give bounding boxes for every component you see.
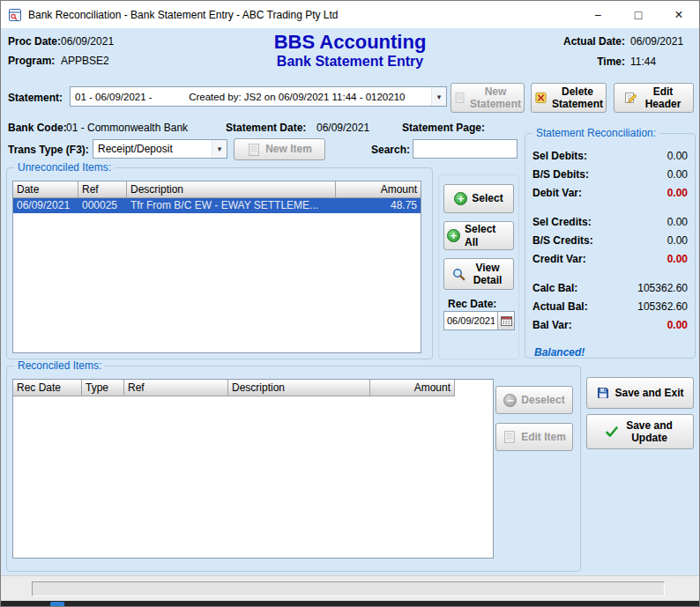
rec-date-label: Rec Date:: [448, 298, 496, 310]
recon-row-bal-var: Bal Var:0.00: [531, 315, 689, 334]
statement-reconciliation-group: Statement Reconciliation: Sel Debits:0.0…: [525, 133, 696, 359]
view-detail-button[interactable]: View Detail: [443, 258, 514, 290]
statement-label: Statement:: [8, 92, 63, 104]
column-header-amount[interactable]: Amount: [336, 181, 421, 198]
rec-date-field: [443, 311, 515, 330]
recon-value: 0.00: [667, 216, 688, 228]
unreconciled-actions-panel: + Select + Select All View Detail Rec Da…: [438, 174, 519, 359]
balanced-status: Balanced!: [531, 344, 689, 360]
minimize-button[interactable]: −: [577, 1, 618, 28]
edit-header-button[interactable]: Edit Header: [614, 83, 694, 113]
recon-label: Credit Var:: [532, 253, 586, 265]
new-statement-button[interactable]: New Statement: [451, 83, 525, 113]
plus-glyph: +: [458, 193, 465, 204]
actual-date-value: 06/09/2021: [630, 35, 692, 48]
save-icon: [596, 386, 610, 400]
unreconciled-table: Date Ref Description Amount 06/09/2021 0…: [12, 181, 421, 353]
recon-row-sel-debits: Sel Debits:0.00: [531, 146, 689, 165]
save-and-update-button[interactable]: Save and Update: [586, 414, 694, 449]
save-and-update-label: Save and Update: [623, 419, 676, 445]
rec-date-input[interactable]: [444, 312, 497, 329]
trans-type-value: Receipt/Deposit: [93, 143, 212, 155]
app-subtitle: Bank Statement Entry: [1, 54, 699, 70]
calendar-button[interactable]: [497, 312, 514, 329]
recon-value: 0.00: [667, 319, 688, 331]
recon-row-calc-bal: Calc Bal:105362.60: [531, 278, 689, 297]
plus-glyph: +: [451, 230, 458, 241]
new-item-icon: [247, 143, 261, 157]
column-header-description[interactable]: Description: [127, 181, 336, 198]
bank-code-label: Bank Code:: [8, 122, 67, 134]
new-item-button[interactable]: New Item: [234, 138, 325, 160]
column-header-description[interactable]: Description: [228, 380, 370, 396]
unreconciled-items-label: Unreconciled Items:: [14, 161, 115, 174]
column-header-ref[interactable]: Ref: [78, 181, 127, 198]
statement-combobox[interactable]: 01 - 06/09/2021 - Created by: JS2 on 06/…: [70, 86, 447, 107]
recon-row-sel-credits: Sel Credits:0.00: [531, 212, 689, 231]
column-header-amount[interactable]: Amount: [370, 380, 455, 396]
column-header-ref[interactable]: Ref: [124, 380, 228, 396]
maximize-icon: □: [635, 8, 642, 22]
window-title: Bank Reconciliation - Bank Statement Ent…: [28, 9, 339, 21]
statement-combobox-value: 01 - 06/09/2021 - Created by: JS2 on 06/…: [71, 92, 431, 102]
minus-glyph: −: [507, 395, 514, 406]
taskbar-app-icon[interactable]: [50, 602, 64, 606]
select-all-button[interactable]: + Select All: [443, 221, 514, 250]
maximize-button[interactable]: □: [618, 1, 659, 28]
save-and-exit-button[interactable]: Save and Exit: [586, 377, 694, 409]
recon-row-actual-bal: Actual Bal:105362.60: [531, 297, 689, 315]
delete-statement-label: Delete Statement: [552, 85, 603, 111]
recon-label: B/S Credits:: [532, 234, 593, 247]
calendar-icon: [501, 315, 512, 326]
chevron-down-icon[interactable]: ▾: [212, 140, 227, 158]
plus-circle-icon: +: [454, 192, 467, 205]
edit-item-button[interactable]: Edit Item: [495, 423, 573, 451]
recon-value: 0.00: [667, 187, 688, 199]
statement-page-label: Statement Page:: [402, 122, 485, 134]
select-button[interactable]: + Select: [443, 184, 514, 213]
search-input[interactable]: [413, 139, 518, 159]
new-item-label: New Item: [265, 143, 312, 155]
edit-header-icon: [624, 91, 638, 105]
cell-ref: 000025: [78, 198, 127, 213]
check-icon: [605, 425, 619, 439]
app-window: Bank Reconciliation - Bank Statement Ent…: [0, 0, 700, 607]
recon-row-credit-var: Credit Var:0.00: [531, 249, 689, 268]
minimize-icon: −: [594, 8, 601, 22]
actual-date-label: Actual Date:: [563, 35, 625, 48]
recon-label: Calc Bal:: [532, 282, 577, 294]
recon-label: Bal Var:: [532, 319, 572, 331]
trans-type-combobox[interactable]: Receipt/Deposit ▾: [93, 139, 227, 159]
unreconciled-table-header: Date Ref Description Amount: [13, 181, 421, 198]
recon-value: 0.00: [667, 168, 688, 181]
unreconciled-items-group: Unreconciled Items: Date Ref Description…: [6, 167, 433, 359]
reconciled-items-group: Reconciled Items: Rec Date Type Ref Desc…: [6, 366, 581, 572]
minus-circle-icon: −: [503, 394, 517, 407]
cell-amount: 48.75: [336, 198, 421, 213]
close-button[interactable]: ×: [659, 1, 699, 28]
unreconciled-row-selected[interactable]: 06/09/2021 000025 Tfr From B/C EW - EWAY…: [13, 198, 421, 213]
edit-item-icon: [503, 430, 517, 444]
app-icon: [8, 8, 22, 22]
chevron-down-icon[interactable]: ▾: [431, 87, 446, 106]
recon-row-bs-debits: B/S Debits:0.00: [531, 165, 689, 183]
delete-statement-button[interactable]: Delete Statement: [531, 83, 607, 113]
deselect-button[interactable]: − Deselect: [495, 386, 573, 414]
save-and-exit-label: Save and Exit: [614, 387, 683, 399]
recon-value: 105362.60: [637, 282, 688, 294]
recon-row-debit-var: Debit Var:0.00: [531, 183, 689, 202]
recon-value: 105362.60: [637, 300, 688, 313]
bank-code-value: 01 - Commonwealth Bank: [66, 122, 188, 134]
trans-type-label: Trans Type (F3):: [8, 144, 89, 156]
recon-value: 0.00: [667, 150, 688, 162]
titlebar[interactable]: Bank Reconciliation - Bank Statement Ent…: [1, 1, 699, 28]
select-label: Select: [472, 192, 503, 204]
column-header-type[interactable]: Type: [82, 380, 124, 396]
statement-reconciliation-label: Statement Reconciliation:: [532, 127, 659, 139]
column-header-rec-date[interactable]: Rec Date: [13, 380, 82, 396]
column-header-date[interactable]: Date: [13, 181, 78, 198]
status-bar: [1, 575, 699, 601]
recon-label: B/S Debits:: [532, 168, 589, 181]
select-all-label: Select All: [465, 223, 510, 248]
view-detail-label: View Detail: [470, 262, 505, 287]
